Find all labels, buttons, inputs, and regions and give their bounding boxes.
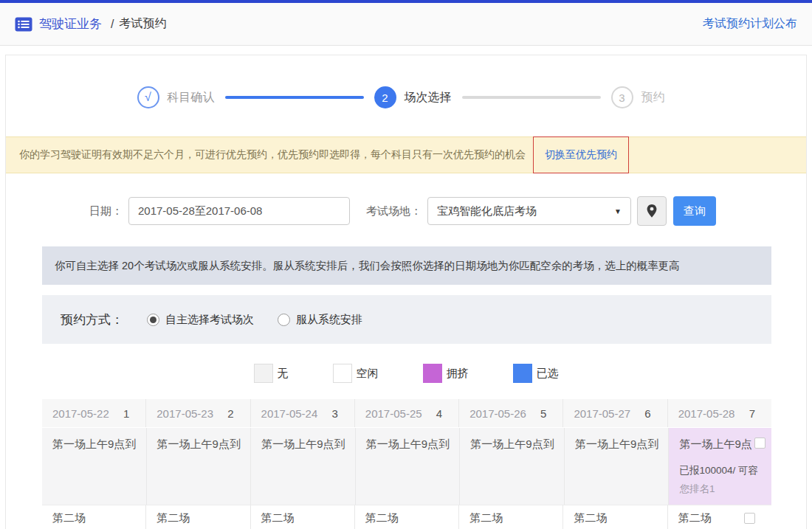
legend-label-selected: 已选: [537, 367, 559, 381]
session-rank: 您排名1: [679, 483, 765, 496]
session-cell[interactable]: 第二场: [667, 505, 771, 529]
session-title: 第一场上午9点: [679, 438, 754, 452]
legend-item-free: 空闲: [333, 364, 379, 383]
session-cell[interactable]: 第二场: [250, 505, 354, 529]
search-button[interactable]: 查询: [673, 196, 716, 226]
legend-label-none: 无: [278, 367, 289, 381]
session-cell[interactable]: 第一场上午9点到: [250, 428, 355, 505]
stepper: √ 科目确认 2 场次选择 3 预约: [6, 55, 806, 108]
date-header: 2017-05-265: [458, 399, 562, 427]
breadcrumb-separator: /: [111, 18, 114, 31]
date-header: 2017-05-232: [145, 399, 250, 427]
legend-swatch-selected: [513, 364, 532, 383]
header-date: 2017-05-28: [678, 407, 735, 420]
priority-notice-text: 你的学习驾驶证明有效期不足六个月，可进行优先预约，优先预约即选即得，每个科目只有…: [19, 148, 526, 162]
booking-mode-row: 预约方式： 自主选择考试场次 服从系统安排: [42, 295, 771, 344]
breadcrumb-root[interactable]: 驾驶证业务: [39, 15, 102, 32]
session-title: 第二场: [574, 511, 607, 525]
step-2-circle: 2: [374, 86, 396, 108]
session-cell[interactable]: 第二场: [354, 505, 458, 529]
date-header: 2017-05-221: [42, 399, 145, 427]
session-cell[interactable]: 第一场上午9点到: [42, 428, 146, 505]
radio-self-select[interactable]: [147, 314, 159, 326]
header-day: 6: [644, 407, 650, 420]
session-cell[interactable]: 第二场: [458, 505, 562, 529]
mode-option-self-select[interactable]: 自主选择考试场次: [147, 313, 254, 327]
breadcrumb-current: 考试预约: [119, 16, 166, 32]
location-pin-icon: [647, 204, 657, 218]
header-date: 2017-05-24: [261, 407, 318, 420]
session-cell[interactable]: 第一场上午9点到: [146, 428, 251, 505]
header-day: 1: [123, 407, 129, 420]
session-checkbox[interactable]: [744, 513, 755, 524]
mode-option-system-arrange-label: 服从系统安排: [296, 313, 362, 327]
venue-select-value: 宝鸡智能化底店考场: [437, 204, 614, 218]
list-icon: [15, 17, 32, 32]
session-cell[interactable]: 第一场上午9点到: [459, 428, 564, 505]
venue-select[interactable]: 宝鸡智能化底店考场 ▼: [427, 197, 631, 225]
step-1-circle: √: [137, 86, 159, 108]
session-row-1: 第一场上午9点到 第一场上午9点到 第一场上午9点到 第一场上午9点到 第一场上…: [42, 428, 771, 505]
legend-item-crowded: 拥挤: [423, 364, 469, 383]
switch-priority-highlight-box[interactable]: 切换至优先预约: [533, 136, 629, 173]
date-label: 日期：: [89, 204, 123, 218]
map-location-button[interactable]: [637, 196, 667, 226]
session-title: 第二场: [469, 511, 503, 525]
step-3-label: 预约: [641, 90, 665, 106]
header-date: 2017-05-27: [574, 407, 630, 420]
date-header: 2017-05-287: [667, 399, 771, 427]
chevron-down-icon: ▼: [614, 207, 622, 215]
session-cell-crowded[interactable]: 第一场上午9点 已报100004/ 可容 您排名1: [668, 428, 771, 505]
header-day: 5: [540, 407, 546, 420]
session-title: 第二场: [52, 511, 86, 525]
schedule-table: 2017-05-221 2017-05-232 2017-05-243 2017…: [42, 399, 771, 529]
header-bar: 驾驶证业务 / 考试预约 考试预约计划公布: [0, 3, 812, 46]
step-connector-pending: [462, 96, 601, 99]
date-header: 2017-05-243: [250, 399, 354, 427]
venue-label: 考试场地：: [366, 204, 422, 218]
date-header: 2017-05-254: [354, 399, 458, 427]
legend-item-none: 无: [254, 364, 289, 383]
mode-option-system-arrange[interactable]: 服从系统安排: [278, 313, 362, 327]
session-cell[interactable]: 第二场: [562, 505, 667, 529]
session-title: 第二场: [365, 511, 399, 525]
step-connector-done: [225, 96, 364, 99]
session-cell[interactable]: 第二场: [42, 505, 145, 529]
exam-plan-link[interactable]: 考试预约计划公布: [703, 16, 797, 32]
session-cell[interactable]: 第二场: [145, 505, 250, 529]
status-legend: 无 空闲 拥挤 已选: [6, 364, 806, 383]
legend-swatch-free: [333, 364, 352, 383]
filter-row: 日期： 考试场地： 宝鸡智能化底店考场 ▼ 查询: [6, 196, 806, 226]
session-cell[interactable]: 第一场上午9点到: [355, 428, 460, 505]
content-card: √ 科目确认 2 场次选择 3 预约 你的学习驾驶证明有效期不足六个月，可进行优…: [5, 55, 807, 529]
legend-label-crowded: 拥挤: [447, 367, 469, 381]
session-row-2: 第二场 第二场 第二场 第二场 第二场 第二场 第二场: [42, 505, 771, 529]
legend-item-selected: 已选: [513, 364, 559, 383]
session-checkbox[interactable]: [754, 438, 765, 449]
session-title: 第二场: [261, 511, 295, 525]
header-day: 7: [749, 407, 755, 420]
date-header: 2017-05-276: [562, 399, 667, 427]
date-range-input[interactable]: [128, 197, 350, 225]
header-date: 2017-05-23: [156, 407, 213, 420]
switch-priority-link[interactable]: 切换至优先预约: [545, 148, 617, 162]
header-date: 2017-05-22: [52, 407, 109, 420]
radio-system-arrange[interactable]: [278, 314, 290, 326]
legend-swatch-none: [254, 364, 273, 383]
priority-notice-bar: 你的学习驾驶证明有效期不足六个月，可进行优先预约，优先预约即选即得，每个科目只有…: [6, 136, 806, 173]
session-cell[interactable]: 第一场上午9点到: [564, 428, 669, 505]
step-2-label: 场次选择: [405, 90, 452, 106]
tip-bar: 你可自主选择 20个考试场次或服从系统安排。服从系统安排后，我们会按照你选择的日…: [42, 246, 771, 285]
session-title: 第二场: [156, 511, 190, 525]
mode-option-self-select-label: 自主选择考试场次: [165, 313, 254, 327]
session-title: 第二场: [678, 511, 712, 525]
header-day: 2: [227, 407, 233, 420]
legend-label-free: 空闲: [357, 367, 379, 381]
header-day: 3: [332, 407, 338, 420]
legend-swatch-crowded: [423, 364, 442, 383]
step-3-circle: 3: [611, 86, 633, 108]
step-1-label: 科目确认: [168, 90, 215, 106]
header-day: 4: [436, 407, 442, 420]
session-stats: 已报100004/ 可容: [679, 464, 765, 477]
header-date: 2017-05-26: [469, 407, 526, 420]
